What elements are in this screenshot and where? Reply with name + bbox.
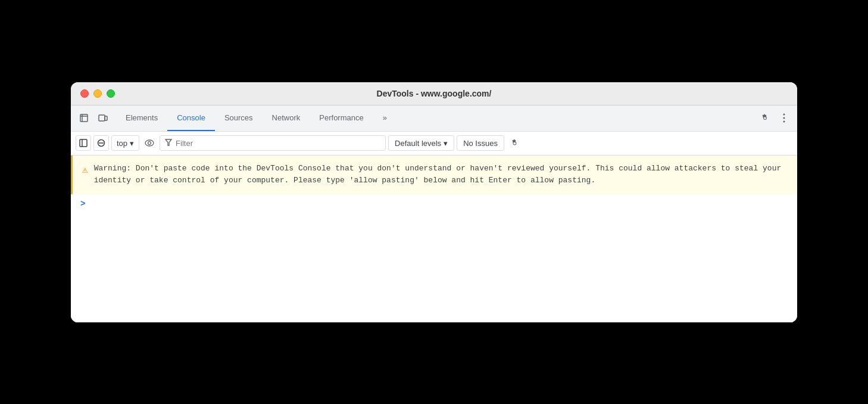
tab-sources[interactable]: Sources (215, 105, 263, 131)
filter-input[interactable] (176, 139, 380, 148)
title-bar: DevTools - www.google.com/ (71, 82, 797, 105)
svg-point-7 (783, 121, 785, 123)
maximize-button[interactable] (107, 89, 115, 98)
svg-rect-0 (80, 114, 88, 122)
svg-rect-3 (99, 115, 105, 121)
svg-rect-8 (80, 139, 87, 147)
devtools-more-button[interactable] (776, 110, 792, 126)
filter-icon (165, 139, 172, 148)
tab-more[interactable]: » (373, 105, 396, 131)
minimize-button[interactable] (93, 89, 102, 98)
close-button[interactable] (80, 89, 89, 98)
context-label: top (117, 139, 127, 148)
tab-performance[interactable]: Performance (310, 105, 373, 131)
inspect-element-button[interactable] (76, 110, 92, 126)
sidebar-toggle-button[interactable] (76, 135, 91, 151)
tab-network[interactable]: Network (263, 105, 310, 131)
svg-point-5 (783, 114, 785, 116)
svg-point-12 (145, 140, 154, 146)
filter-input-wrapper (160, 135, 386, 151)
tab-bar-icons (76, 110, 111, 126)
devtools-settings-button[interactable] (757, 110, 773, 126)
devtools-window: DevTools - www.google.com/ (71, 82, 797, 322)
warning-message: ⚠ Warning: Don't paste code into the Dev… (71, 156, 797, 195)
prompt-arrow: > (80, 199, 85, 209)
levels-arrow-icon: ▾ (444, 139, 448, 148)
tab-bar-right (757, 110, 792, 126)
devtools-panel: Elements Console Sources Network Perform… (71, 105, 797, 322)
clear-console-button[interactable] (93, 135, 109, 151)
tab-elements[interactable]: Elements (116, 105, 167, 131)
console-content: ⚠ Warning: Don't paste code into the Dev… (71, 156, 797, 322)
console-toolbar: top ▾ Default levels ▾ (71, 132, 797, 156)
no-issues-badge: No Issues (457, 135, 504, 151)
tab-console[interactable]: Console (167, 105, 215, 131)
traffic-lights (80, 89, 115, 98)
tabs-list: Elements Console Sources Network Perform… (116, 105, 752, 131)
svg-point-13 (148, 142, 151, 145)
context-selector[interactable]: top ▾ (111, 135, 139, 151)
console-settings-button[interactable] (507, 135, 523, 151)
context-arrow-icon: ▾ (130, 139, 134, 148)
log-levels-button[interactable]: Default levels ▾ (388, 135, 454, 151)
device-toolbar-button[interactable] (95, 110, 111, 126)
tab-bar: Elements Console Sources Network Perform… (71, 105, 797, 132)
window-title: DevTools - www.google.com/ (377, 89, 492, 98)
svg-rect-4 (105, 116, 107, 120)
live-expressions-button[interactable] (142, 135, 157, 151)
console-prompt[interactable]: > (71, 194, 797, 213)
svg-point-6 (783, 117, 785, 119)
svg-marker-14 (166, 139, 171, 145)
warning-text: Warning: Don't paste code into the DevTo… (94, 163, 788, 188)
log-levels-label: Default levels (395, 139, 441, 148)
warning-icon: ⚠ (82, 163, 88, 188)
